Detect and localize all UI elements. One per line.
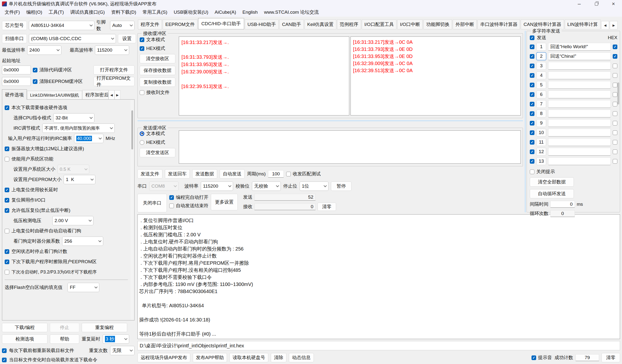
auto-cycle-send-button[interactable]: 自动循环发送 bbox=[530, 189, 574, 198]
main-tab[interactable]: USB-HID助手 bbox=[245, 19, 279, 29]
hw-tabs-scroll-left-icon[interactable]: ◀ bbox=[109, 90, 115, 99]
send-data-button[interactable]: 发送数据 bbox=[192, 169, 217, 179]
recv-text-mode-checkbox[interactable] bbox=[140, 38, 144, 42]
multi-send-text-input[interactable] bbox=[548, 100, 611, 108]
settings-button[interactable]: 设置 bbox=[118, 34, 136, 43]
horizontal-splitter[interactable] bbox=[137, 120, 523, 121]
tab-offline-download[interactable]: Link1D/Writer1A/U8W脱机 bbox=[27, 91, 82, 99]
tab-hardware-options[interactable]: 硬件选项 bbox=[2, 89, 27, 99]
clear-send-button[interactable]: 清空发送区 bbox=[140, 148, 175, 157]
clear-button[interactable]: 清除 bbox=[271, 353, 286, 362]
multi-send-index-button[interactable]: 9 bbox=[536, 119, 546, 127]
menu-item[interactable]: 编程(O) bbox=[23, 8, 45, 16]
multi-send-text-input[interactable] bbox=[548, 62, 611, 70]
receive-hex-pane[interactable]: [16:31:33.217]发送→0C 0A[16:31:33.793]发送→0… bbox=[350, 37, 521, 115]
menu-item[interactable]: 资料下载(D) bbox=[108, 8, 139, 16]
long-delay-checkbox[interactable] bbox=[5, 188, 9, 192]
multi-send-enable-checkbox[interactable] bbox=[530, 83, 534, 87]
vertical-splitter[interactable] bbox=[525, 31, 526, 212]
main-tab[interactable]: CAN助手 bbox=[279, 19, 304, 29]
main-tab[interactable]: 范例程序 bbox=[337, 19, 361, 29]
send-buffer-input[interactable] bbox=[179, 130, 521, 164]
copy-receive-button[interactable]: 复制接收数据 bbox=[140, 77, 175, 87]
multi-send-text-input[interactable] bbox=[548, 81, 611, 89]
dynamic-info-button[interactable]: 动态信息 bbox=[289, 353, 314, 362]
repeat-program-button[interactable]: 重复编程 bbox=[82, 323, 127, 332]
multi-send-hex-checkbox[interactable] bbox=[613, 111, 617, 116]
interval-input[interactable]: 0 bbox=[550, 201, 575, 208]
receive-to-file-checkbox[interactable] bbox=[140, 90, 144, 95]
multi-send-index-button[interactable]: 3 bbox=[536, 62, 546, 70]
tabs-scroll-right-icon[interactable]: ▶ bbox=[610, 21, 618, 29]
more-settings-button[interactable]: 更多设置 bbox=[211, 194, 238, 210]
tab-program-encrypt[interactable]: 程序加密后 bbox=[82, 90, 109, 99]
multi-send-enable-checkbox[interactable] bbox=[530, 111, 534, 116]
multi-send-enable-checkbox[interactable] bbox=[530, 159, 534, 164]
close-button[interactable]: × bbox=[605, 0, 622, 8]
send-file-button[interactable]: 发送文件 bbox=[137, 169, 162, 179]
multi-send-text-input[interactable]: 回送“Hello World!” bbox=[548, 43, 611, 51]
multi-send-enable-checkbox[interactable] bbox=[530, 150, 534, 154]
main-tab[interactable]: I/O口中断 bbox=[397, 19, 423, 29]
multi-send-index-button[interactable]: 2 bbox=[536, 52, 546, 60]
multi-send-index-button[interactable]: 13 bbox=[536, 157, 546, 165]
reset-success-count-button[interactable]: 清零 bbox=[602, 353, 620, 362]
auto-end-checkbox[interactable] bbox=[169, 204, 174, 208]
multi-send-index-button[interactable]: 5 bbox=[536, 81, 546, 89]
remote-upgrade-publish-button[interactable]: 远程现场升级APP发布 bbox=[137, 353, 190, 362]
match-test-checkbox[interactable] bbox=[286, 172, 291, 176]
multi-send-hex-checkbox[interactable] bbox=[613, 102, 617, 106]
scan-port-button[interactable]: 扫描串口 bbox=[2, 34, 27, 43]
publish-app-help-button[interactable]: 发布APP帮助 bbox=[193, 353, 227, 362]
multi-send-hex-checkbox[interactable] bbox=[613, 159, 617, 164]
menu-item[interactable]: English bbox=[239, 8, 261, 16]
pause-button[interactable]: 暂停 bbox=[331, 182, 351, 191]
read-disk-id-button[interactable]: 读取本机硬盘号 bbox=[230, 353, 268, 362]
clear-code-checkbox[interactable] bbox=[33, 68, 38, 72]
send-hex-mode-radio[interactable] bbox=[140, 140, 144, 145]
multi-send-text-input[interactable] bbox=[548, 129, 611, 136]
multi-send-hex-checkbox[interactable] bbox=[613, 121, 617, 126]
menu-item[interactable]: 工具(T) bbox=[45, 8, 67, 16]
hw-watchdog-checkbox[interactable] bbox=[5, 229, 9, 233]
irc-freq-combo[interactable]: 40.000 bbox=[74, 134, 103, 143]
main-tab[interactable]: 串口波特率计算器 bbox=[477, 19, 520, 29]
open-program-file-button[interactable]: 打开程序文件 bbox=[94, 65, 135, 75]
check-options-button[interactable]: 检测选项 bbox=[2, 334, 47, 344]
recv-hex-mode-checkbox[interactable] bbox=[140, 46, 144, 51]
restore-button[interactable] bbox=[588, 0, 605, 8]
osc-gain-checkbox[interactable] bbox=[5, 147, 9, 151]
multi-send-index-button[interactable]: 10 bbox=[536, 129, 546, 136]
multi-send-enable-checkbox[interactable] bbox=[530, 44, 534, 49]
multi-send-hex-checkbox[interactable] bbox=[613, 64, 617, 68]
send-enter-button[interactable]: 发送回车 bbox=[165, 169, 190, 179]
scrollbar-thumb[interactable] bbox=[131, 110, 133, 150]
chip-model-button[interactable]: 芯片型号 bbox=[2, 21, 27, 30]
multi-send-hex-checkbox[interactable] bbox=[613, 140, 617, 145]
minimize-button[interactable]: – bbox=[571, 0, 588, 8]
menu-item[interactable]: AiCube(A) bbox=[212, 8, 239, 16]
cpu-mode-combo[interactable]: 32-Bit bbox=[53, 113, 95, 123]
menu-item[interactable]: 文件(F) bbox=[1, 8, 23, 16]
help-button[interactable]: 帮助 bbox=[50, 334, 79, 344]
auto-send-button[interactable]: 自动发送 bbox=[220, 169, 245, 179]
auto-open-checkbox[interactable] bbox=[169, 195, 174, 200]
close-tip-checkbox[interactable] bbox=[530, 170, 534, 174]
open-eeprom-file-button[interactable]: 打开EEPROM文件 bbox=[94, 77, 135, 86]
main-tab[interactable]: 外部中断 bbox=[453, 19, 477, 29]
multi-send-hex-checkbox[interactable] bbox=[613, 44, 617, 49]
multi-send-text-input[interactable] bbox=[548, 71, 611, 79]
chip-model-combo[interactable]: AI8051U-34K64 bbox=[29, 21, 95, 30]
close-serial-button[interactable]: 关闭串口 bbox=[137, 194, 167, 212]
max-baud-combo[interactable]: 115200 bbox=[95, 45, 129, 55]
reset-io-checkbox[interactable] bbox=[5, 198, 9, 203]
multi-send-enable-checkbox[interactable] bbox=[530, 64, 534, 68]
save-receive-button[interactable]: 保存接收数据 bbox=[140, 66, 175, 75]
stopbit-combo[interactable]: 1位 bbox=[300, 182, 329, 191]
multi-send-index-button[interactable]: 8 bbox=[536, 110, 546, 117]
target-file-path[interactable]: D:\桌面\毕业设计\printf_int\Objects\printf_int… bbox=[137, 341, 620, 350]
main-tab[interactable]: EEPROM文件 bbox=[163, 19, 197, 29]
repeat-times-combo[interactable]: 无限 bbox=[110, 346, 135, 355]
lvd-voltage-combo[interactable]: 2.00 V bbox=[52, 216, 94, 225]
parity-combo[interactable]: 无校验 bbox=[252, 182, 281, 191]
